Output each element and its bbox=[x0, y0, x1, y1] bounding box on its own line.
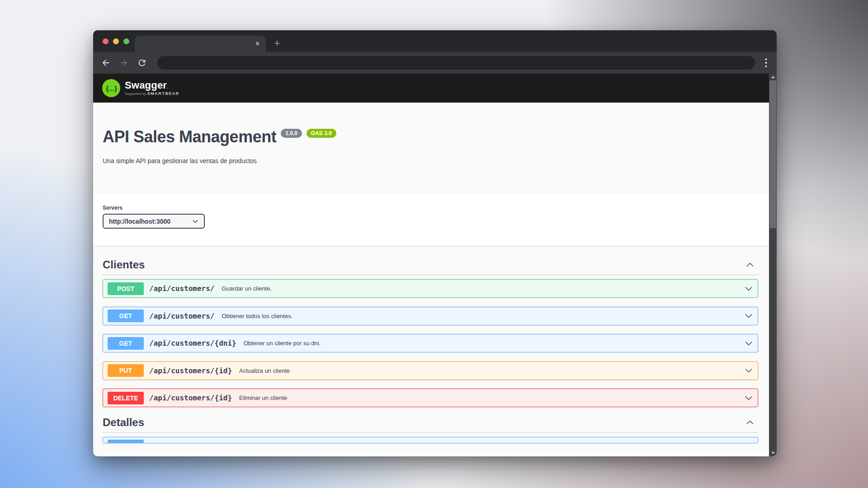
endpoint-row-post-customers[interactable]: POST /api/customers/ Guardar un cliente. bbox=[103, 279, 758, 298]
section-header-clientes[interactable]: Clientes bbox=[103, 258, 758, 275]
method-badge: POST bbox=[108, 282, 144, 295]
endpoint-summary: Guardar un cliente. bbox=[222, 285, 272, 292]
browser-window: × + {…} bbox=[93, 30, 777, 456]
scrollbar-down-arrow[interactable] bbox=[769, 450, 777, 456]
api-description: Una simple API para gestionar las ventas… bbox=[103, 157, 758, 164]
endpoint-summary: Eliminar un cliente bbox=[239, 394, 287, 401]
method-badge: GET bbox=[108, 337, 144, 350]
operations-list-clientes: POST /api/customers/ Guardar un cliente.… bbox=[103, 275, 758, 407]
oas-badge: OAS 3.0 bbox=[307, 129, 336, 138]
chevron-up-icon[interactable] bbox=[745, 260, 755, 269]
window-minimize-button[interactable] bbox=[113, 38, 119, 44]
endpoint-row-delete-customer[interactable]: DELETE /api/customers/{id} Eliminar un c… bbox=[103, 389, 758, 407]
chevron-down-icon[interactable] bbox=[744, 339, 753, 348]
browser-toolbar bbox=[93, 52, 777, 74]
endpoint-path: /api/customers/{id} bbox=[149, 366, 232, 375]
endpoint-summary: Obtener un cliente por su dni. bbox=[244, 340, 321, 347]
page-scrollbar bbox=[769, 74, 777, 456]
swagger-logo[interactable]: {…} Swagger. Supported by SMARTBEAR bbox=[102, 79, 179, 97]
section-title: Clientes bbox=[103, 258, 145, 271]
smartbear-credit: Supported by SMARTBEAR bbox=[125, 92, 179, 96]
scrollbar-thumb[interactable] bbox=[769, 80, 776, 228]
endpoint-row-get-customers[interactable]: GET /api/customers/ Obtiener todos los c… bbox=[103, 307, 758, 325]
endpoint-path: /api/customers/ bbox=[149, 284, 215, 293]
browser-tab[interactable]: × bbox=[135, 36, 266, 52]
desktop-background: × + {…} bbox=[0, 0, 868, 488]
endpoint-path: /api/customers/ bbox=[149, 312, 215, 320]
servers-label: Servers bbox=[103, 205, 758, 211]
method-badge: GET bbox=[108, 440, 144, 443]
swagger-logo-text: Swagger. bbox=[125, 80, 179, 90]
version-badge: 1.0.0 bbox=[281, 129, 302, 138]
method-badge: DELETE bbox=[108, 392, 144, 404]
window-maximize-button[interactable] bbox=[123, 38, 129, 44]
new-tab-button[interactable]: + bbox=[270, 37, 284, 50]
servers-selected-value: http://localhost:3000 bbox=[109, 218, 170, 225]
servers-select[interactable]: http://localhost:3000 bbox=[103, 214, 205, 229]
chevron-down-icon[interactable] bbox=[744, 366, 753, 375]
browser-titlebar: × + bbox=[93, 30, 777, 52]
address-bar[interactable] bbox=[157, 56, 755, 70]
endpoint-row-get-customer-by-dni[interactable]: GET /api/customers/{dni} Obtener un clie… bbox=[103, 334, 758, 352]
section-header-detalles[interactable]: Detalles bbox=[103, 416, 758, 433]
endpoint-summary: Actualiza un cliente bbox=[239, 367, 290, 374]
swagger-logo-icon: {…} bbox=[102, 79, 120, 97]
endpoint-summary: Obtiener todos los clientes. bbox=[222, 313, 293, 319]
api-info: API Sales Management 1.0.0 OAS 3.0 Una s… bbox=[103, 103, 758, 164]
method-badge: GET bbox=[108, 310, 144, 322]
reload-icon[interactable] bbox=[137, 57, 147, 68]
section-title: Detalles bbox=[103, 416, 144, 429]
page-title: API Sales Management bbox=[103, 129, 276, 145]
endpoint-path: /api/customers/{id} bbox=[149, 394, 232, 402]
chevron-up-icon[interactable] bbox=[745, 418, 755, 427]
back-icon[interactable] bbox=[100, 57, 111, 68]
forward-icon[interactable] bbox=[118, 57, 129, 68]
traffic-lights bbox=[103, 38, 129, 44]
chevron-down-icon[interactable] bbox=[744, 311, 753, 320]
page-content: {…} Swagger. Supported by SMARTBEAR API … bbox=[93, 74, 777, 456]
endpoint-path: /api/customers/{dni} bbox=[149, 339, 236, 347]
window-close-button[interactable] bbox=[103, 38, 108, 44]
menu-kebab-icon[interactable] bbox=[761, 57, 770, 68]
chevron-down-icon[interactable] bbox=[744, 394, 753, 403]
tab-close-icon[interactable]: × bbox=[255, 40, 259, 47]
scrollbar-up-arrow[interactable] bbox=[769, 74, 777, 80]
method-badge: PUT bbox=[108, 364, 144, 377]
chevron-down-icon bbox=[192, 218, 198, 225]
operations-list-detalles: GET bbox=[103, 433, 758, 443]
swagger-topbar: {…} Swagger. Supported by SMARTBEAR bbox=[93, 74, 769, 103]
scheme-container: Servers http://localhost:3000 bbox=[93, 194, 769, 246]
endpoint-row-partial[interactable]: GET bbox=[103, 437, 758, 443]
chevron-down-icon[interactable] bbox=[744, 284, 753, 293]
endpoint-row-put-customer[interactable]: PUT /api/customers/{id} Actualiza un cli… bbox=[103, 361, 758, 380]
